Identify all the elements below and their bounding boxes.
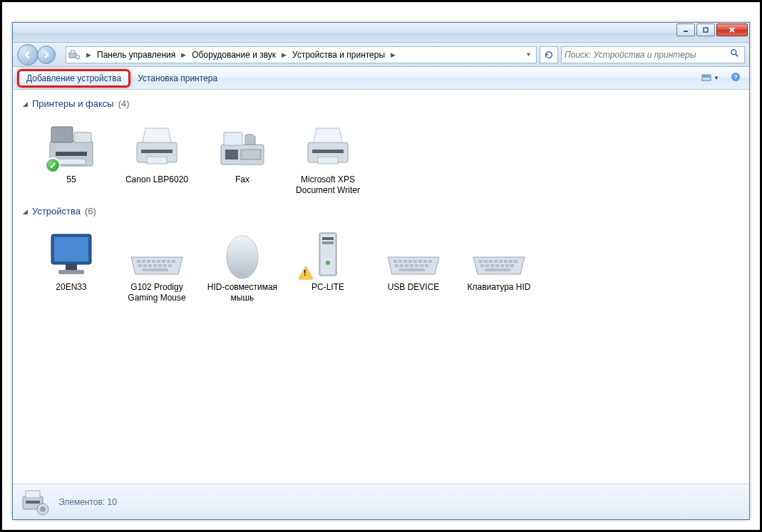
add-device-button[interactable]: Добавление устройства — [17, 69, 130, 88]
search-input[interactable] — [565, 50, 730, 60]
search-box[interactable] — [561, 46, 745, 63]
breadcrumb-item[interactable]: Панель управления — [96, 50, 177, 60]
group-title: Устройства — [32, 206, 81, 217]
printer-laser-icon — [125, 118, 189, 174]
svg-rect-5 — [71, 51, 75, 53]
help-button[interactable]: ? — [726, 71, 745, 85]
svg-rect-57 — [398, 260, 402, 263]
device-item[interactable]: 20EN33 — [29, 221, 114, 308]
svg-rect-45 — [163, 264, 167, 267]
svg-rect-26 — [312, 150, 344, 153]
svg-rect-52 — [321, 234, 335, 274]
breadcrumb-dropdown-icon[interactable]: ▼ — [522, 47, 535, 63]
device-item[interactable]: Microsoft XPS Document Writer — [285, 113, 371, 200]
svg-rect-40 — [138, 264, 142, 267]
svg-rect-30 — [66, 264, 77, 270]
svg-rect-54 — [322, 241, 334, 244]
device-label: Fax — [235, 174, 249, 185]
device-item[interactable]: HID-совместимая мышь — [200, 221, 285, 308]
svg-rect-32 — [137, 260, 140, 263]
window-controls — [676, 24, 748, 36]
warning-icon — [299, 266, 313, 279]
svg-rect-74 — [489, 260, 493, 263]
device-label: 55 — [66, 174, 76, 185]
device-item[interactable]: Клавиатура HID — [456, 221, 542, 308]
svg-rect-84 — [500, 264, 504, 267]
svg-rect-16 — [56, 152, 87, 156]
svg-rect-29 — [54, 237, 88, 261]
titlebar — [13, 23, 749, 43]
svg-rect-59 — [408, 260, 412, 263]
svg-rect-76 — [499, 260, 503, 263]
svg-rect-38 — [167, 260, 170, 263]
svg-rect-63 — [428, 260, 432, 263]
svg-rect-86 — [510, 264, 514, 267]
breadcrumb-item[interactable]: Устройства и принтеры — [291, 50, 386, 60]
svg-rect-83 — [495, 264, 499, 267]
fax-icon — [210, 118, 274, 174]
refresh-button[interactable] — [540, 46, 558, 63]
breadcrumb-separator-icon: ▶ — [83, 51, 94, 58]
maximize-button[interactable] — [696, 24, 715, 36]
device-label: Клавиатура HID — [468, 282, 531, 293]
svg-rect-81 — [485, 264, 489, 267]
nav-buttons — [17, 44, 60, 66]
svg-rect-20 — [147, 157, 167, 164]
device-item[interactable]: ✓ 55 — [29, 113, 114, 200]
search-icon[interactable] — [730, 48, 741, 61]
svg-rect-14 — [51, 127, 73, 142]
printer-laser-icon — [296, 118, 360, 174]
mouse-icon — [210, 225, 274, 282]
view-options-button[interactable]: ▼ — [699, 73, 722, 84]
breadcrumb[interactable]: ▶ Панель управления ▶ Оборудование и зву… — [66, 46, 537, 63]
svg-rect-44 — [158, 264, 162, 267]
close-button[interactable] — [716, 24, 748, 36]
svg-rect-41 — [143, 264, 147, 267]
device-item[interactable]: Canon LBP6020 — [114, 113, 200, 200]
device-item[interactable]: Fax — [200, 113, 285, 200]
add-printer-button[interactable]: Установка принтера — [130, 71, 225, 86]
svg-rect-65 — [400, 264, 403, 267]
svg-rect-46 — [168, 264, 172, 267]
svg-rect-58 — [403, 260, 407, 263]
monitor-icon — [39, 225, 103, 282]
svg-rect-90 — [26, 501, 40, 504]
group-header-devices[interactable]: ◢ Устройства (6) — [21, 200, 749, 221]
svg-rect-67 — [410, 264, 413, 267]
device-item[interactable]: PC-LITE — [285, 221, 371, 308]
breadcrumb-item[interactable]: Оборудование и звук — [190, 50, 277, 60]
svg-rect-87 — [485, 268, 510, 271]
devices-grid: 20EN33 G102 Prodigy Gaming Mouse — [21, 221, 749, 308]
minimize-button[interactable] — [676, 24, 695, 36]
device-label: G102 Prodigy Gaming Mouse — [117, 282, 197, 303]
svg-text:?: ? — [733, 73, 738, 80]
svg-rect-61 — [418, 260, 422, 263]
svg-point-50 — [227, 236, 258, 278]
svg-rect-42 — [148, 264, 152, 267]
svg-line-8 — [736, 54, 738, 57]
breadcrumb-separator-icon: ▶ — [388, 51, 398, 58]
svg-rect-22 — [224, 132, 242, 145]
svg-rect-60 — [413, 260, 417, 263]
svg-rect-1 — [704, 28, 708, 32]
back-button[interactable] — [17, 44, 38, 66]
svg-rect-72 — [479, 260, 483, 263]
device-item[interactable]: G102 Prodigy Gaming Mouse — [114, 221, 200, 308]
svg-rect-23 — [225, 150, 238, 160]
device-label: Canon LBP6020 — [125, 174, 188, 185]
pc-tower-icon — [296, 225, 360, 282]
group-header-printers[interactable]: ◢ Принтеры и факсы (4) — [21, 93, 749, 113]
status-text: Элементов: 10 — [58, 497, 117, 507]
svg-rect-36 — [157, 260, 160, 263]
svg-rect-15 — [74, 132, 91, 142]
svg-rect-43 — [153, 264, 157, 267]
svg-rect-75 — [494, 260, 498, 263]
svg-rect-70 — [425, 264, 428, 267]
svg-rect-39 — [172, 260, 175, 263]
svg-rect-62 — [423, 260, 427, 263]
device-item[interactable]: USB DEVICE — [371, 221, 456, 308]
svg-rect-37 — [162, 260, 165, 263]
printers-grid: ✓ 55 Canon LBP6020 — [21, 113, 749, 200]
forward-button[interactable] — [37, 46, 56, 64]
svg-rect-17 — [57, 159, 86, 165]
